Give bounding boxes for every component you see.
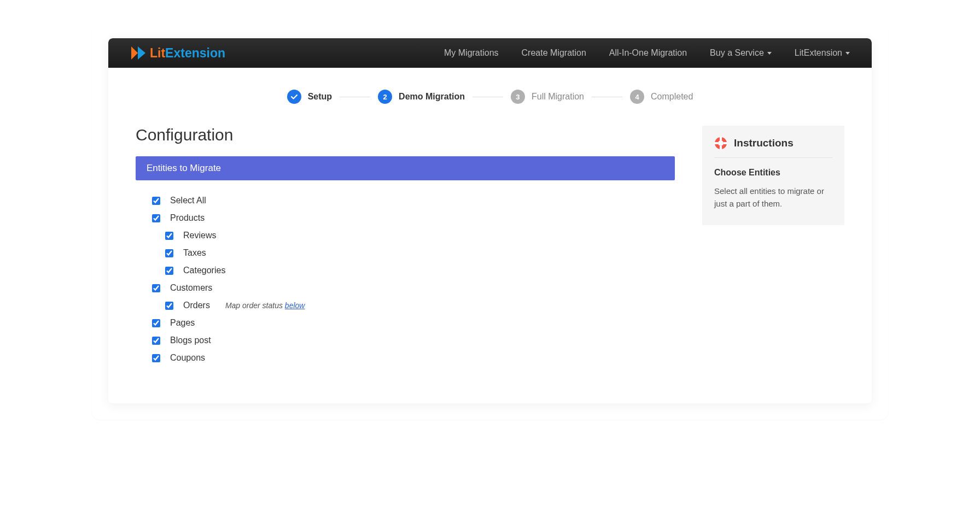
check-icon <box>290 93 298 101</box>
caret-down-icon <box>767 52 772 55</box>
entity-label: Taxes <box>183 248 206 258</box>
step-connector <box>472 97 503 97</box>
nav-all-in-one[interactable]: All-In-One Migration <box>609 48 687 58</box>
section-entities-header: Entities to Migrate <box>136 156 675 180</box>
step-demo[interactable]: 2 Demo Migration <box>378 90 465 104</box>
checkbox-pages[interactable] <box>152 319 160 327</box>
checkbox-taxes[interactable] <box>165 249 173 257</box>
stepper: Setup 2 Demo Migration 3 Full Migration … <box>136 90 844 104</box>
entity-label: Pages <box>170 318 195 328</box>
entity-products: Products <box>152 213 658 223</box>
nav-create-migration[interactable]: Create Migration <box>522 48 586 58</box>
entity-label: Customers <box>170 283 212 293</box>
checkbox-coupons[interactable] <box>152 354 160 362</box>
entity-reviews: Reviews <box>152 231 658 240</box>
entity-label: Orders <box>183 301 210 310</box>
instructions-subtitle: Choose Entities <box>714 168 832 178</box>
lifebuoy-icon <box>714 137 727 150</box>
nav-litextension[interactable]: LitExtension <box>795 48 850 58</box>
checkbox-categories[interactable] <box>165 267 173 275</box>
instructions-title: Instructions <box>734 137 794 149</box>
logo-icon <box>130 45 147 61</box>
entity-blogs: Blogs post <box>152 336 658 345</box>
entities-list: Select All Products Reviews Taxes <box>136 180 675 376</box>
checkbox-reviews[interactable] <box>165 232 173 240</box>
logo-text: LitExtension <box>150 46 225 61</box>
step-connector <box>592 97 622 97</box>
step-setup[interactable]: Setup <box>287 90 332 104</box>
entity-label: Products <box>170 213 205 223</box>
checkbox-products[interactable] <box>152 214 160 222</box>
app-window: LitExtension My Migrations Create Migrat… <box>108 38 872 403</box>
svg-rect-5 <box>720 146 722 150</box>
step-circle-active: 2 <box>378 90 392 104</box>
entity-coupons: Coupons <box>152 353 658 363</box>
entity-label: Blogs post <box>170 336 211 345</box>
caret-down-icon <box>845 52 850 55</box>
checkbox-orders[interactable] <box>165 302 173 310</box>
step-connector <box>340 97 370 97</box>
entity-pages: Pages <box>152 318 658 328</box>
content: Setup 2 Demo Migration 3 Full Migration … <box>108 68 872 403</box>
step-circle-done <box>287 90 301 104</box>
entity-categories: Categories <box>152 266 658 275</box>
checkbox-customers[interactable] <box>152 284 160 292</box>
entity-select-all: Select All <box>152 196 658 205</box>
entity-label: Select All <box>170 196 206 205</box>
step-completed[interactable]: 4 Completed <box>630 90 693 104</box>
checkbox-blogs[interactable] <box>152 337 160 345</box>
entity-taxes: Taxes <box>152 248 658 258</box>
logo[interactable]: LitExtension <box>130 45 225 61</box>
order-status-note: Map order status below <box>225 301 305 310</box>
svg-rect-6 <box>714 142 718 144</box>
instructions-panel: Instructions Choose Entities Select all … <box>702 126 844 225</box>
entity-label: Categories <box>183 266 225 275</box>
step-circle-pending: 4 <box>630 90 644 104</box>
svg-marker-0 <box>131 46 138 60</box>
page-title: Configuration <box>136 126 675 144</box>
checkbox-select-all[interactable] <box>152 197 160 205</box>
map-order-status-link[interactable]: below <box>285 301 305 310</box>
nav-buy-service[interactable]: Buy a Service <box>710 48 772 58</box>
entity-orders: Orders Map order status below <box>152 301 658 310</box>
instructions-text: Select all entities to migrate or just a… <box>714 185 832 210</box>
svg-point-3 <box>718 140 724 146</box>
step-full[interactable]: 3 Full Migration <box>511 90 584 104</box>
nav-my-migrations[interactable]: My Migrations <box>444 48 499 58</box>
step-circle-pending: 3 <box>511 90 525 104</box>
entity-customers: Customers <box>152 283 658 293</box>
nav-items: My Migrations Create Migration All-In-On… <box>444 48 850 58</box>
entity-label: Reviews <box>183 231 216 240</box>
navbar: LitExtension My Migrations Create Migrat… <box>108 38 872 68</box>
svg-rect-7 <box>724 142 727 144</box>
svg-rect-4 <box>720 137 722 140</box>
svg-marker-1 <box>138 46 145 60</box>
entity-label: Coupons <box>170 353 205 363</box>
